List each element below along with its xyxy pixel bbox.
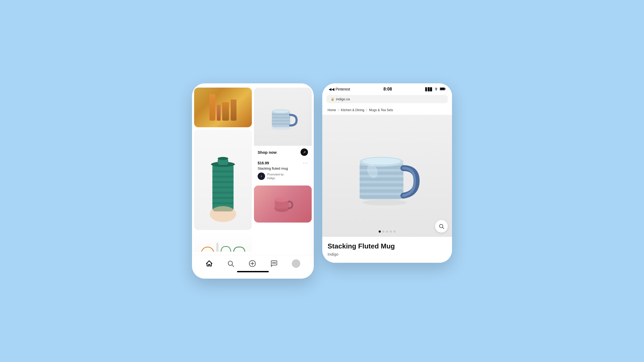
dot-1[interactable]	[379, 230, 381, 233]
svg-rect-41	[360, 189, 403, 193]
nav-search[interactable]	[227, 260, 234, 267]
phone-pinterest: Shop now ↗ $16.99 ··· Stacking fluted mu…	[192, 83, 314, 279]
search-fab[interactable]	[435, 220, 448, 233]
promoted-text: Promoted by Indigo	[267, 173, 284, 180]
dot-4[interactable]	[390, 230, 392, 233]
breadcrumb-home[interactable]: Home	[328, 108, 336, 112]
svg-rect-33	[440, 88, 445, 90]
svg-point-30	[275, 263, 275, 263]
svg-rect-14	[272, 114, 290, 115]
svg-point-19	[273, 110, 289, 113]
blue-mug-shop-pin[interactable]: Shop now ↗ $16.99 ··· Stacking fluted mu…	[254, 88, 312, 183]
svg-line-47	[442, 227, 444, 229]
pin-col-left	[194, 88, 252, 252]
shop-now-bar[interactable]: Shop now ↗	[254, 146, 312, 159]
nav-add[interactable]	[249, 260, 256, 267]
dot-2[interactable]	[382, 230, 384, 233]
shop-now-label: Shop now	[258, 150, 277, 155]
glasses-pin[interactable]	[194, 88, 252, 127]
svg-rect-40	[360, 183, 403, 187]
promoted-row: i Promoted by Indigo	[258, 173, 308, 180]
url-text: indigo.ca	[336, 97, 350, 101]
svg-point-31	[436, 90, 437, 91]
svg-point-44	[362, 158, 401, 165]
nav-profile[interactable]	[292, 259, 300, 268]
teal-cup-image	[194, 129, 252, 230]
status-time: 8:08	[383, 87, 392, 92]
breadcrumb-section[interactable]: Kitchen & Dining	[341, 108, 364, 112]
back-chevron-icon: ◀	[329, 87, 332, 91]
svg-rect-1	[212, 170, 234, 173]
battery-icon	[440, 87, 446, 91]
svg-rect-17	[272, 123, 290, 125]
wifi-icon	[434, 87, 438, 92]
svg-rect-4	[212, 186, 234, 188]
svg-rect-38	[360, 171, 403, 175]
svg-point-10	[218, 157, 228, 160]
back-label: ◀ Pinterest	[332, 87, 350, 91]
breadcrumb-sep1: /	[338, 108, 339, 112]
pin-col-right: Shop now ↗ $16.99 ··· Stacking fluted mu…	[254, 88, 312, 252]
svg-point-28	[272, 263, 273, 263]
svg-point-29	[274, 263, 274, 263]
indigo-logo-icon: i	[258, 173, 265, 180]
signal-icon: ▋▊▊	[425, 87, 432, 91]
svg-rect-2	[212, 176, 234, 178]
breadcrumb: Home / Kitchen & Dining / Mugs & Tea Set…	[322, 105, 452, 115]
product-main-image	[353, 144, 422, 208]
indigo-status-bar: ◀ ◀ Pinterest 8:08 ▋▊▊	[322, 83, 452, 95]
svg-point-11	[210, 206, 236, 222]
breadcrumb-page[interactable]: Mugs & Tea Sets	[369, 108, 393, 112]
pin-details: $16.99 ··· Stacking fluted mug i Promote…	[254, 159, 312, 183]
dot-3[interactable]	[386, 230, 388, 233]
status-icons: ▋▊▊	[425, 87, 446, 92]
address-bar[interactable]: 🔒 indigo.ca	[327, 95, 448, 103]
phone-indigo: ◀ ◀ Pinterest 8:08 ▋▊▊	[322, 83, 452, 263]
svg-rect-7	[212, 202, 234, 204]
svg-rect-42	[360, 195, 403, 198]
product-brand: Indigo	[328, 252, 447, 256]
svg-rect-5	[212, 192, 234, 194]
svg-rect-3	[212, 181, 234, 183]
product-info: Stacking Fluted Mug Indigo	[322, 237, 452, 263]
svg-rect-16	[272, 120, 290, 122]
lock-icon: 🔒	[331, 97, 334, 101]
back-to-pinterest[interactable]: ◀ ◀ Pinterest	[329, 87, 350, 91]
svg-rect-6	[212, 197, 234, 199]
avatar	[292, 259, 300, 268]
pin-product-name: Stacking fluted mug	[258, 166, 308, 170]
pin-price: $16.99	[258, 161, 269, 165]
scene: Shop now ↗ $16.99 ··· Stacking fluted mu…	[184, 75, 460, 287]
bottom-nav	[192, 255, 314, 268]
nav-home[interactable]	[205, 260, 213, 267]
breadcrumb-sep2: /	[366, 108, 367, 112]
image-dots	[379, 230, 396, 233]
pin-feed: Shop now ↗ $16.99 ··· Stacking fluted mu…	[192, 88, 314, 252]
more-options-icon[interactable]: ···	[303, 161, 308, 165]
svg-rect-39	[360, 178, 403, 181]
product-image-area	[322, 115, 452, 237]
blue-mug-image	[254, 88, 312, 146]
teal-cup-pin[interactable]	[194, 129, 252, 230]
svg-rect-15	[272, 117, 290, 119]
pink-mug-image	[254, 185, 312, 223]
pink-mug-pin[interactable]	[254, 185, 312, 223]
product-title: Stacking Fluted Mug	[328, 242, 447, 250]
nav-messages[interactable]	[270, 260, 278, 267]
colored-glasses-image	[194, 232, 252, 252]
home-indicator	[237, 271, 269, 272]
dot-5[interactable]	[393, 230, 396, 233]
glasses-image	[194, 88, 252, 127]
colored-glasses-pin[interactable]	[194, 232, 252, 252]
svg-point-35	[363, 200, 407, 205]
shop-now-arrow-icon[interactable]: ↗	[301, 148, 308, 156]
svg-point-22	[275, 198, 289, 202]
svg-line-24	[232, 265, 234, 266]
svg-rect-34	[445, 88, 445, 89]
